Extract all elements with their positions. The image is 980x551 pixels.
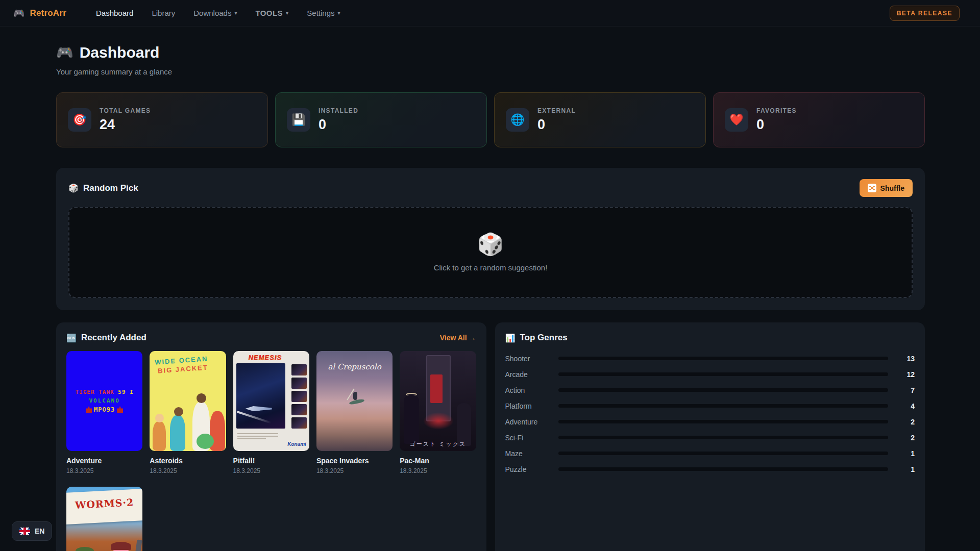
cover-art-figure [237, 433, 278, 441]
genre-row: Sci-Fi 2 [505, 433, 915, 442]
cover-art-figure [291, 364, 307, 429]
genre-bar-track [558, 420, 889, 423]
stat-card-total-games: 🎯 TOTAL GAMES 24 [56, 92, 268, 147]
game-title: Adventure [66, 457, 142, 465]
random-suggestion-hint: Click to get a random suggestion! [434, 263, 548, 272]
game-cover: NEMESIS Konami [233, 351, 309, 451]
genre-count: 12 [901, 370, 915, 379]
random-pick-title-text: Random Pick [83, 183, 138, 193]
beta-release-badge: BETA RELEASE [890, 6, 960, 21]
game-card-pitfall[interactable]: NEMESIS Konami Pitfall! [233, 351, 309, 474]
nav-item-label: Library [152, 9, 175, 17]
spaceship-figure [246, 406, 272, 411]
game-title: Pitfall! [233, 457, 309, 465]
stat-card-favorites: ❤️ FAVORITES 0 [713, 92, 925, 147]
genre-count: 4 [901, 402, 915, 410]
genre-label: Action [505, 386, 558, 394]
genre-row: Arcade 12 [505, 370, 915, 379]
stat-card-installed: 💾 INSTALLED 0 [275, 92, 487, 147]
cover-art-figure [153, 421, 166, 451]
nav-items: Dashboard Library Downloads ▾ TOOLS ▾ Se… [96, 9, 890, 17]
game-cover: WORMS·2 [66, 487, 142, 551]
recently-added-title-text: Recently Added [81, 333, 146, 343]
nav-item-library[interactable]: Library [152, 9, 175, 17]
genre-bar-track [558, 372, 889, 376]
recently-added-title: 🆕 Recently Added [66, 333, 146, 343]
language-code: EN [35, 527, 44, 535]
top-genres-title: 📊 Top Genres [505, 333, 568, 343]
main-content: 🎮 Dashboard Your gaming summary at a gla… [0, 27, 980, 551]
game-card-asteroids[interactable]: WIDE OCEAN BIG JACKET Asteroids 18.3.202… [150, 351, 226, 474]
target-icon: 🎯 [68, 108, 91, 132]
game-cover: al Crepuscolo [316, 351, 393, 451]
genre-count: 2 [901, 418, 915, 426]
nav-item-dashboard[interactable]: Dashboard [96, 9, 133, 17]
genre-row: Shooter 13 [505, 354, 915, 363]
cover-art-figure [349, 398, 364, 405]
genre-label: Maze [505, 449, 558, 458]
gamepad-logo-icon: 🎮 [13, 8, 24, 19]
game-card-worms2[interactable]: WORMS·2 [66, 487, 142, 551]
gamepad-icon: 🎮 [56, 44, 74, 61]
uk-flag-icon [19, 528, 30, 535]
cover-art-figure [197, 434, 214, 449]
game-card-space-invaders[interactable]: al Crepuscolo Space Invaders 18.3.2025 [316, 351, 393, 474]
genre-count: 7 [901, 386, 915, 394]
tank-sprite [86, 407, 92, 413]
game-card-adventure[interactable]: TIGER TANK 59 I VOLCANO MPO93 Adventure … [66, 351, 142, 474]
stat-label: EXTERNAL [537, 107, 576, 114]
globe-icon: 🌐 [506, 108, 529, 132]
recently-added-grid: TIGER TANK 59 I VOLCANO MPO93 Adventure … [66, 351, 476, 551]
top-genres-title-text: Top Genres [520, 333, 567, 343]
game-card-pac-man[interactable]: ゴースト ミックス Pac-Man 18.3.2025 [400, 351, 476, 474]
genre-count: 2 [901, 434, 915, 442]
cover-art-figure [170, 415, 185, 451]
genre-label: Platform [505, 402, 558, 410]
genre-bar-track [558, 357, 889, 360]
nav-item-settings[interactable]: Settings ▾ [307, 9, 340, 17]
brand-name: RetroArr [30, 8, 66, 18]
random-pick-title: 🎲 Random Pick [68, 183, 138, 193]
stat-value: 0 [756, 117, 797, 133]
page-title-text: Dashboard [80, 44, 160, 61]
stats-row: 🎯 TOTAL GAMES 24 💾 INSTALLED 0 🌐 EXTERNA… [56, 92, 925, 147]
brand[interactable]: 🎮 RetroArr [13, 8, 66, 19]
character-figure [404, 395, 419, 444]
shuffle-button-label: Shuffle [880, 184, 904, 192]
nav-item-tools[interactable]: TOOLS ▾ [255, 9, 288, 17]
genre-row: Action 7 [505, 386, 915, 394]
game-cover: TIGER TANK 59 I VOLCANO MPO93 [66, 351, 142, 451]
tank-sprite [117, 407, 123, 413]
genre-bar-track [558, 388, 889, 392]
stat-value: 24 [100, 117, 151, 133]
chevron-down-icon: ▾ [338, 10, 340, 16]
genre-bar-track [558, 452, 889, 455]
top-genres-panel: 📊 Top Genres Shooter 13 Arcade 12 Action [495, 322, 925, 551]
genre-chart: Shooter 13 Arcade 12 Action 7 Platform [505, 354, 915, 473]
genre-count: 13 [901, 355, 915, 363]
genre-row: Puzzle 1 [505, 465, 915, 473]
cover-art-figure [197, 393, 206, 403]
nav-item-downloads[interactable]: Downloads ▾ [193, 9, 237, 17]
cover-art-figure [134, 540, 142, 551]
bar-chart-icon: 📊 [505, 333, 516, 343]
cover-art-text: ゴースト ミックス [400, 440, 476, 448]
cover-art-figure [430, 374, 443, 403]
genre-count: 1 [901, 449, 915, 458]
recently-added-header: 🆕 Recently Added View All → [66, 333, 476, 343]
shuffle-button[interactable]: Shuffle [860, 179, 913, 197]
random-pick-header: 🎲 Random Pick Shuffle [68, 179, 913, 197]
nav-item-label: Settings [307, 9, 334, 17]
cover-art-text: Konami [287, 441, 306, 447]
genre-label: Sci-Fi [505, 434, 558, 442]
stat-value: 0 [537, 117, 576, 133]
view-all-link[interactable]: View All → [440, 334, 476, 342]
random-suggestion-zone[interactable]: 🎲 Click to get a random suggestion! [68, 207, 913, 298]
bottom-row: 🆕 Recently Added View All → TIGER TANK 5… [56, 322, 925, 551]
new-icon: 🆕 [66, 333, 77, 343]
floppy-disk-icon: 💾 [287, 108, 310, 132]
genre-row: Adventure 2 [505, 417, 915, 426]
language-selector[interactable]: EN [12, 521, 52, 541]
cover-art-figure [76, 547, 94, 551]
genre-bar-track [558, 467, 889, 471]
